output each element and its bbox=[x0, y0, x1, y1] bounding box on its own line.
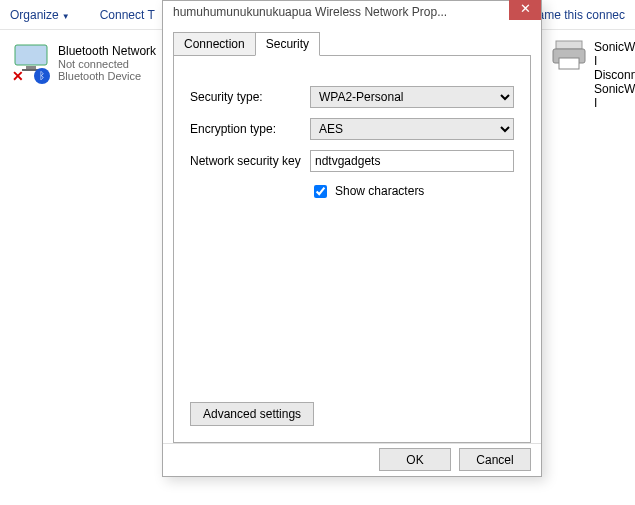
advanced-settings-button[interactable]: Advanced settings bbox=[190, 402, 314, 426]
show-characters-checkbox[interactable] bbox=[314, 185, 327, 198]
network-key-input[interactable] bbox=[310, 150, 514, 172]
adapter-name: SonicWALL I bbox=[594, 40, 635, 68]
organize-label: Organize bbox=[10, 8, 59, 22]
security-type-select[interactable]: WPA2-Personal bbox=[310, 86, 514, 108]
tabstrip: Connection Security bbox=[173, 31, 531, 55]
adapter-item-sonicwall[interactable]: SonicWALL I Disconnecte SonicWALL I bbox=[552, 40, 635, 110]
security-tab-panel: Security type: WPA2-Personal Encryption … bbox=[173, 55, 531, 443]
svg-rect-6 bbox=[556, 41, 582, 49]
bluetooth-icon: ᛒ bbox=[34, 68, 50, 84]
encryption-type-label: Encryption type: bbox=[190, 122, 310, 136]
dialog-body: Connection Security Security type: WPA2-… bbox=[163, 23, 541, 443]
dialog-button-bar: OK Cancel bbox=[163, 443, 541, 476]
adapter-device: Bluetooth Device bbox=[58, 70, 156, 82]
adapter-device: SonicWALL I bbox=[594, 82, 635, 110]
chevron-down-icon: ▼ bbox=[59, 12, 70, 21]
organize-menu[interactable]: Organize▼ bbox=[10, 8, 70, 22]
security-type-label: Security type: bbox=[190, 90, 310, 104]
adapter-status: Disconnecte bbox=[594, 68, 635, 82]
svg-rect-1 bbox=[26, 66, 36, 69]
monitor-icon: ✕ ᛒ bbox=[14, 44, 50, 84]
adapter-status: Not connected bbox=[58, 58, 156, 70]
svg-rect-8 bbox=[559, 58, 579, 69]
adapter-name: Bluetooth Network bbox=[58, 44, 156, 58]
network-key-row: Network security key bbox=[190, 150, 514, 172]
encryption-type-select[interactable]: AES bbox=[310, 118, 514, 140]
close-button[interactable]: ✕ bbox=[509, 0, 541, 20]
tab-connection[interactable]: Connection bbox=[173, 32, 256, 56]
close-icon: ✕ bbox=[520, 1, 531, 16]
svg-rect-0 bbox=[15, 45, 47, 65]
ok-button[interactable]: OK bbox=[379, 448, 451, 471]
network-key-label: Network security key bbox=[190, 154, 310, 168]
security-type-row: Security type: WPA2-Personal bbox=[190, 86, 514, 108]
rename-connection-link[interactable]: name this connec bbox=[531, 8, 625, 22]
dialog-title: humuhumunukunukuapua Wireless Network Pr… bbox=[173, 5, 509, 19]
show-characters-label: Show characters bbox=[335, 184, 424, 198]
cancel-button[interactable]: Cancel bbox=[459, 448, 531, 471]
printer-icon bbox=[552, 40, 586, 110]
show-characters-row: Show characters bbox=[310, 182, 514, 201]
connect-to-link[interactable]: Connect T bbox=[100, 8, 155, 22]
tab-security[interactable]: Security bbox=[255, 32, 320, 56]
encryption-type-row: Encryption type: AES bbox=[190, 118, 514, 140]
cross-icon: ✕ bbox=[12, 68, 24, 84]
wireless-properties-dialog: humuhumunukunukuapua Wireless Network Pr… bbox=[162, 0, 542, 477]
dialog-titlebar: humuhumunukunukuapua Wireless Network Pr… bbox=[163, 1, 541, 23]
